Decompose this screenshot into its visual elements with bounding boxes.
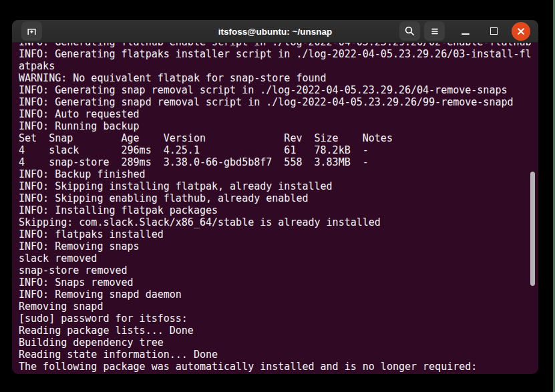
minimize-icon xyxy=(461,33,470,35)
new-tab-button[interactable] xyxy=(21,21,42,41)
screenshot-background: itsfoss@ubuntu: ~/unsnap xyxy=(0,0,555,392)
minimize-button[interactable] xyxy=(455,21,476,41)
maximize-icon xyxy=(490,27,498,35)
hamburger-menu-icon xyxy=(429,26,440,37)
titlebar[interactable]: itsfoss@ubuntu: ~/unsnap xyxy=(12,20,538,43)
window-title: itsfoss@ubuntu: ~/unsnap xyxy=(218,26,332,36)
search-icon xyxy=(404,25,415,37)
maximize-button[interactable] xyxy=(484,21,504,41)
close-button[interactable] xyxy=(512,22,530,41)
menu-button[interactable] xyxy=(424,21,445,41)
close-icon xyxy=(517,27,525,35)
search-button[interactable] xyxy=(399,21,420,41)
titlebar-controls xyxy=(395,21,532,41)
scrollbar-thumb[interactable] xyxy=(530,172,535,286)
terminal-output[interactable]: INFO: Generating flathub enable script i… xyxy=(12,43,538,373)
new-tab-icon xyxy=(26,26,37,37)
terminal-screen[interactable]: INFO: Generating flathub enable script i… xyxy=(12,43,538,374)
terminal-window: itsfoss@ubuntu: ~/unsnap xyxy=(12,20,538,374)
